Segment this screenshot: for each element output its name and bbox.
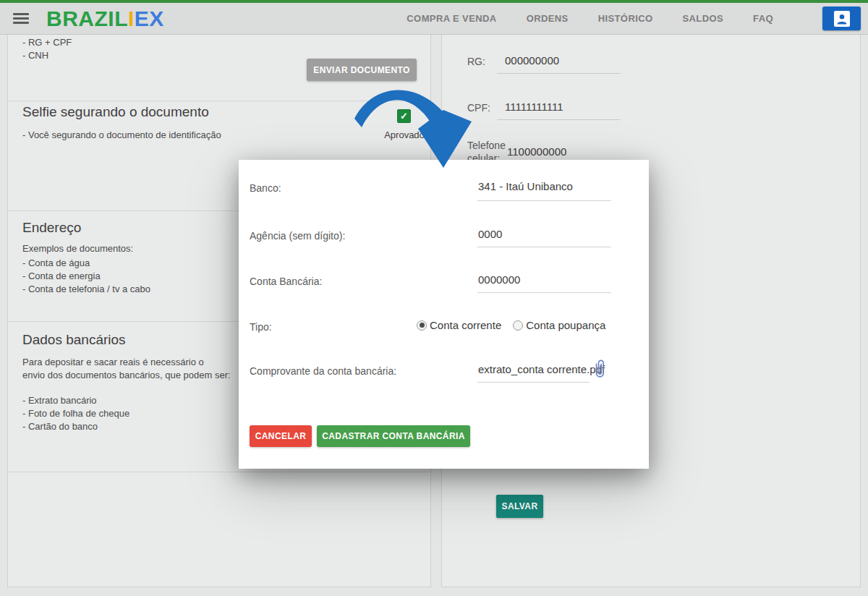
- doc-option-cnh: - CNH: [22, 50, 48, 61]
- nav-item-faq[interactable]: FAQ: [753, 13, 773, 24]
- comprovante-label: Comprovante da conta bancária:: [250, 365, 396, 377]
- salvar-button[interactable]: SALVAR: [496, 495, 543, 518]
- comprovante-file-input[interactable]: extrato_conta corrente.pdf: [478, 363, 605, 375]
- navbar: BRAZILIEX COMPRA E VENDA ORDENS HISTÓRIC…: [0, 3, 868, 35]
- bank-section-title: Dados bancários: [22, 332, 126, 348]
- banco-label: Banco:: [250, 182, 281, 194]
- selfie-section-description: - Você segurando o documento de identifi…: [22, 129, 221, 140]
- paperclip-icon: [593, 358, 606, 380]
- agencia-input[interactable]: 0000: [478, 228, 502, 240]
- bank-account-modal: Banco: 341 - Itaú Unibanco Agência (sem …: [239, 160, 649, 469]
- selfie-approved-label: Aprovado: [375, 129, 433, 140]
- section-divider: [8, 472, 430, 472]
- selfie-approved-checkbox[interactable]: ✓: [397, 109, 411, 123]
- cpf-input[interactable]: 11111111111: [505, 101, 563, 113]
- bank-item-cheque: - Foto de folha de cheque: [22, 408, 129, 419]
- rg-input-underline: [497, 73, 621, 74]
- nav-item-saldos[interactable]: SALDOS: [682, 13, 723, 24]
- radio-selected-icon: [417, 320, 427, 331]
- doc-option-rg-cpf: - RG + CPF: [22, 37, 72, 48]
- telefone-label-line1: Telefone: [467, 140, 506, 151]
- enviar-documento-button[interactable]: ENVIAR DOCUMENTO: [307, 59, 417, 81]
- agencia-label: Agência (sem dígito):: [250, 230, 345, 242]
- nav-item-compra-e-venda[interactable]: COMPRA E VENDA: [407, 13, 496, 24]
- bank-item-extrato: - Extrato bancário: [22, 395, 97, 406]
- banco-input-underline: [477, 200, 611, 201]
- rg-input[interactable]: 000000000: [505, 54, 559, 67]
- conta-bancaria-input[interactable]: 0000000: [478, 273, 520, 286]
- cancelar-button[interactable]: CANCELAR: [250, 425, 312, 447]
- cpf-input-underline: [497, 119, 621, 120]
- radio-conta-poupanca[interactable]: Conta poupança: [513, 319, 605, 331]
- logo-part-yellow: I: [128, 7, 135, 30]
- address-item-telefonia: - Conta de telefonia / tv a cabo: [22, 284, 150, 294]
- nav-item-ordens[interactable]: ORDENS: [527, 13, 569, 24]
- conta-bancaria-label: Conta Bancária:: [250, 276, 322, 287]
- braziliex-logo[interactable]: BRAZILIEX: [46, 7, 164, 31]
- section-divider: [8, 101, 430, 101]
- cadastrar-conta-bancaria-button[interactable]: CADASTRAR CONTA BANCÁRIA: [317, 425, 470, 447]
- hamburger-menu-icon[interactable]: [13, 11, 29, 26]
- address-intro: Exemplos de documentos:: [22, 243, 133, 254]
- account-icon: [834, 11, 850, 27]
- rg-label: RG:: [467, 56, 485, 67]
- bank-intro-line1: Para depositar e sacar reais é necessári…: [22, 357, 204, 367]
- tipo-radio-group: Conta corrente Conta poupança: [417, 319, 605, 331]
- address-item-energia: - Conta de energia: [22, 271, 101, 281]
- radio-conta-corrente[interactable]: Conta corrente: [417, 319, 501, 331]
- address-item-agua: - Conta de água: [22, 257, 90, 268]
- radio-conta-poupanca-label: Conta poupança: [526, 319, 605, 331]
- agencia-input-underline: [477, 247, 611, 247]
- tipo-label: Tipo:: [250, 321, 272, 333]
- bank-item-cartao: - Cartão do banco: [22, 421, 98, 432]
- account-button[interactable]: [822, 7, 861, 30]
- comprovante-input-underline: [477, 382, 590, 383]
- bank-intro-line2: envio dos documentos bancários, que pode…: [22, 370, 231, 380]
- radio-conta-corrente-label: Conta corrente: [430, 319, 501, 331]
- radio-unselected-icon: [513, 320, 523, 331]
- telefone-input[interactable]: 1100000000: [507, 145, 566, 158]
- conta-bancaria-input-underline: [477, 292, 611, 293]
- logo-part-blue: EX: [135, 7, 164, 30]
- nav-menu: COMPRA E VENDA ORDENS HISTÓRICO SALDOS F…: [407, 7, 868, 30]
- nav-item-historico[interactable]: HISTÓRICO: [598, 13, 653, 24]
- banco-input[interactable]: 341 - Itaú Unibanco: [478, 180, 573, 192]
- address-section-title: Endereço: [22, 220, 81, 236]
- cpf-label: CPF:: [467, 102, 490, 114]
- attach-file-button[interactable]: [593, 358, 606, 382]
- selfie-section-title: Selfie segurando o documento: [22, 104, 209, 120]
- logo-part-green: BRAZIL: [46, 7, 128, 30]
